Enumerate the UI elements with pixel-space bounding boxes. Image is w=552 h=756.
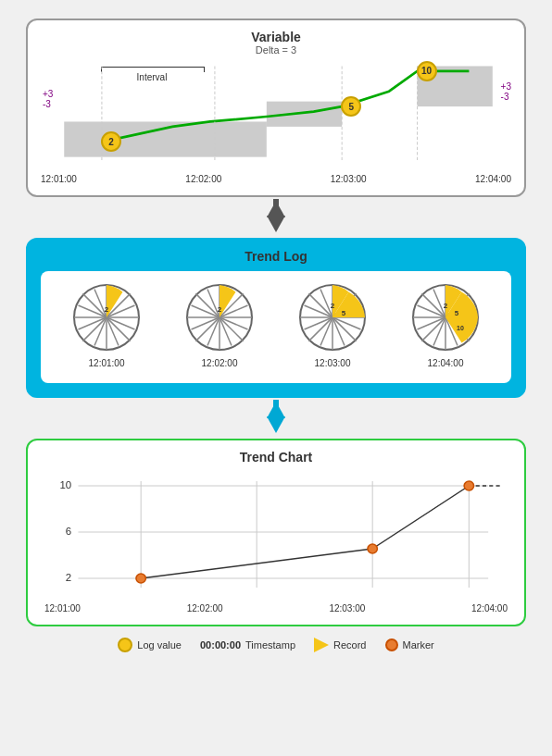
trend-log-inner: 2 12:01:00 <box>41 271 511 383</box>
chart-time-1: 12:01:00 <box>44 603 81 613</box>
variable-time-labels: 12:01:00 12:02:00 12:03:00 12:04:00 <box>41 174 511 184</box>
svg-text:6: 6 <box>66 526 71 537</box>
variable-title: Variable <box>41 30 511 44</box>
chart-time-4: 12:04:00 <box>471 603 508 613</box>
time-label-1: 12:01:00 <box>41 174 77 184</box>
marker-icon <box>385 638 398 651</box>
pie-item-3: 2 5 12:03:00 <box>295 280 370 368</box>
svg-text:5: 5 <box>455 309 459 317</box>
svg-marker-9 <box>267 216 285 232</box>
marker-10-value: 10 <box>421 66 432 76</box>
log-value-icon <box>118 638 132 652</box>
svg-rect-1 <box>267 102 342 127</box>
svg-marker-72 <box>314 638 329 652</box>
delta-plus-right: +3 <box>501 81 511 92</box>
trend-chart-panel: Trend Chart 10 6 2 <box>26 439 526 626</box>
arrow-1 <box>262 199 290 236</box>
legend: Log value 00:00:00 Timestamp Record Mark… <box>118 638 433 652</box>
marker-5-value: 5 <box>348 102 354 112</box>
svg-point-69 <box>136 574 145 583</box>
arrow-1-icon <box>262 199 290 236</box>
svg-rect-54 <box>273 400 279 418</box>
legend-timestamp: 00:00:00 Timestamp <box>200 639 295 651</box>
trend-chart-svg: 10 6 2 <box>44 472 508 601</box>
svg-text:10: 10 <box>59 479 71 490</box>
svg-text:2: 2 <box>218 305 222 314</box>
legend-log-value: Log value <box>118 638 182 652</box>
pie-container-2: 2 <box>182 280 257 354</box>
svg-text:10: 10 <box>457 325 464 331</box>
pie-svg-3: 2 5 <box>295 280 370 354</box>
svg-text:2: 2 <box>105 305 109 314</box>
svg-marker-55 <box>267 416 285 433</box>
chart-area: 10 6 2 <box>44 472 508 601</box>
trend-chart-title: Trend Chart <box>41 450 511 465</box>
variable-chart: Interval +3 -3 +3 -3 <box>50 61 502 172</box>
marker-10: 10 <box>417 61 437 81</box>
pie-svg-4: 2 5 10 <box>408 280 483 354</box>
record-icon <box>314 638 329 652</box>
time-label-4: 12:04:00 <box>475 174 511 184</box>
marker-2: 2 <box>101 131 121 152</box>
pie-container-3: 2 5 <box>295 280 370 354</box>
pie-label-1: 12:01:00 <box>89 358 125 368</box>
time-label-3: 12:03:00 <box>331 174 367 184</box>
legend-marker: Marker <box>385 638 434 651</box>
time-label-2: 12:02:00 <box>185 174 221 184</box>
marker-2-value: 2 <box>108 137 114 147</box>
pie-item-1: 2 12:01:00 <box>69 280 144 368</box>
record-label: Record <box>333 639 366 651</box>
svg-text:2: 2 <box>331 302 335 310</box>
timestamp-label: Timestamp <box>245 639 295 651</box>
pie-label-3: 12:03:00 <box>315 358 351 368</box>
svg-rect-8 <box>273 199 279 217</box>
pie-container-1: 2 <box>69 280 144 354</box>
pie-svg-2: 2 <box>182 280 257 354</box>
variable-panel: Variable Delta = 3 Interval +3 -3 +3 -3 <box>26 19 526 197</box>
marker-5: 5 <box>341 96 361 117</box>
svg-point-70 <box>368 544 377 553</box>
variable-subtitle: Delta = 3 <box>41 44 511 56</box>
timestamp-example: 00:00:00 <box>200 639 241 651</box>
svg-point-71 <box>464 481 473 490</box>
chart-time-2: 12:02:00 <box>187 603 223 613</box>
arrow-2-icon <box>262 400 290 437</box>
log-value-label: Log value <box>137 639 182 651</box>
trend-log-title: Trend Log <box>41 249 511 264</box>
trend-log-panel: Trend Log <box>26 238 526 398</box>
svg-line-67 <box>372 486 469 549</box>
marker-label: Marker <box>403 639 434 651</box>
chart-time-3: 12:03:00 <box>329 603 365 613</box>
arrow-2 <box>262 400 290 437</box>
delta-right: +3 -3 <box>501 81 511 102</box>
pie-label-4: 12:04:00 <box>428 358 464 368</box>
pie-label-2: 12:02:00 <box>202 358 238 368</box>
pie-item-4: 2 5 10 12:04:00 <box>408 280 483 368</box>
trend-chart-time-labels: 12:01:00 12:02:00 12:03:00 12:04:00 <box>41 603 511 613</box>
legend-record: Record <box>314 638 366 652</box>
pie-row: 2 12:01:00 <box>50 280 502 368</box>
pie-item-2: 2 12:02:00 <box>182 280 257 368</box>
pie-svg-1: 2 <box>69 280 144 354</box>
pie-container-4: 2 5 10 <box>408 280 483 354</box>
delta-minus-right: -3 <box>501 92 511 102</box>
svg-text:2: 2 <box>66 572 71 583</box>
svg-text:2: 2 <box>444 302 448 310</box>
svg-text:5: 5 <box>342 309 346 317</box>
